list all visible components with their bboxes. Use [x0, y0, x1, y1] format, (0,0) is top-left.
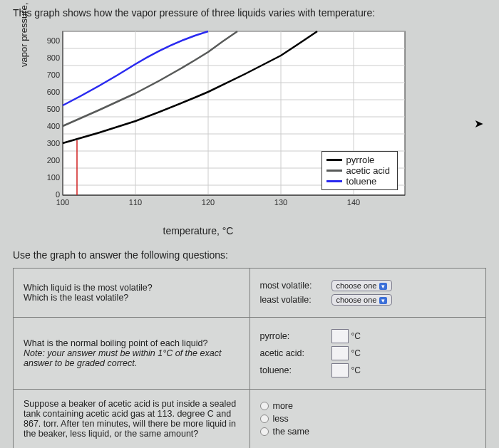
- svg-text:400: 400: [47, 122, 60, 130]
- dropdown-least-volatile[interactable]: choose one▾: [331, 294, 393, 306]
- unit-label: °C: [351, 365, 361, 375]
- q1-prompt-a: Which liquid is the most volatile?: [24, 283, 240, 293]
- q2-label-toluene: toluene:: [260, 365, 331, 375]
- chevron-down-icon: ▾: [379, 283, 387, 290]
- svg-text:200: 200: [47, 156, 60, 165]
- radio-more[interactable]: [260, 402, 269, 410]
- svg-text:600: 600: [47, 88, 60, 96]
- input-bp-toluene[interactable]: [331, 363, 349, 377]
- chart-legend: pyrrole acetic acid toluene: [321, 151, 398, 190]
- dropdown-most-volatile[interactable]: choose one▾: [331, 280, 393, 291]
- svg-text:140: 140: [347, 198, 360, 207]
- q1-prompt-b: Which is the least volatile?: [24, 293, 240, 303]
- unit-label: °C: [351, 331, 361, 341]
- q2-label-acetic: acetic acid:: [260, 348, 331, 358]
- x-axis-label: temperature, °C: [56, 225, 341, 236]
- q2-prompt-a: What is the normal boiling point of each…: [24, 338, 240, 348]
- svg-text:900: 900: [47, 36, 60, 45]
- legend-label: acetic acid: [346, 165, 390, 176]
- svg-text:100: 100: [47, 173, 60, 182]
- legend-label: pyrrole: [346, 155, 375, 165]
- q1-label-least: least volatile:: [260, 295, 331, 305]
- chevron-down-icon: ▾: [379, 297, 387, 304]
- q2-prompt-b: Note: your answer must be within 1°C of …: [24, 348, 240, 368]
- q2-label-pyrrole: pyrrole:: [260, 331, 331, 341]
- option-label: the same: [273, 427, 309, 437]
- unit-label: °C: [351, 348, 361, 358]
- option-label: less: [273, 414, 289, 424]
- svg-text:100: 100: [56, 198, 69, 207]
- svg-text:800: 800: [47, 53, 60, 62]
- svg-text:500: 500: [47, 105, 60, 113]
- y-axis-label: vapor pressure, torr: [19, 0, 29, 67]
- option-label: more: [273, 401, 293, 411]
- svg-text:120: 120: [202, 198, 215, 207]
- question-table: Which liquid is the most volatile? Which…: [13, 268, 486, 448]
- chart-area: vapor pressure, torr: [34, 24, 433, 224]
- q1-label-most: most volatile:: [260, 281, 331, 291]
- radio-same[interactable]: [260, 427, 269, 436]
- radio-less[interactable]: [260, 415, 269, 423]
- intro-text: This graph shows how the vapor pressure …: [13, 7, 486, 19]
- input-bp-pyrrole[interactable]: [331, 329, 349, 343]
- svg-text:110: 110: [129, 198, 142, 207]
- prompt-text: Use the graph to answer the following qu…: [13, 249, 486, 261]
- svg-text:300: 300: [47, 139, 60, 147]
- q3-prompt: Suppose a beaker of acetic acid is put i…: [14, 390, 250, 448]
- svg-text:700: 700: [47, 71, 60, 79]
- svg-text:130: 130: [274, 198, 287, 207]
- cursor-icon: ➤: [474, 117, 483, 130]
- input-bp-acetic[interactable]: [331, 346, 349, 360]
- legend-label: toluene: [346, 176, 377, 187]
